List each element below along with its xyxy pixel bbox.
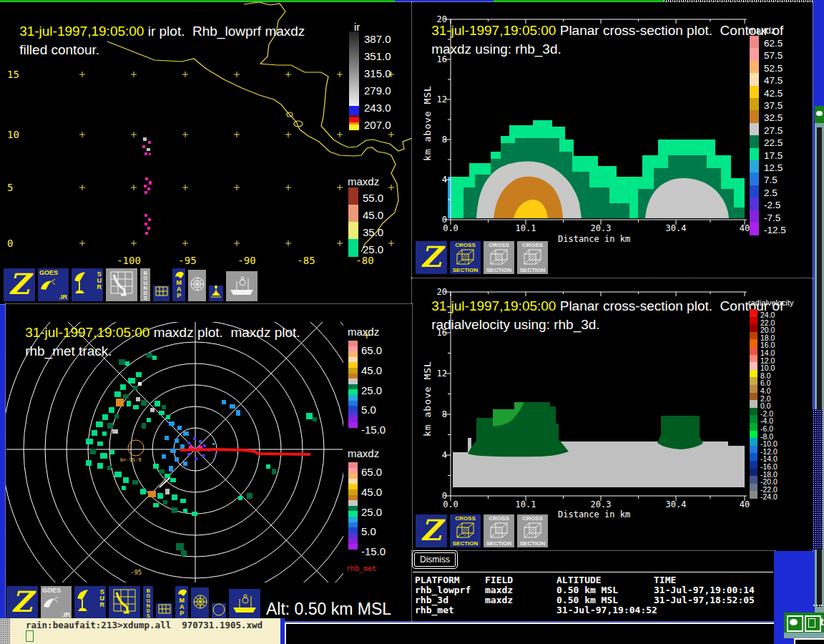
ship-button[interactable] xyxy=(225,270,258,302)
xsec1-yticks-label: 4 xyxy=(442,175,447,185)
colorbar-swatch xyxy=(750,484,757,492)
xsec2-yticks-label: 4 xyxy=(442,450,447,460)
right-window-oval-button[interactable] xyxy=(816,111,823,116)
colorbar-value: 17.5 xyxy=(764,150,783,161)
colorbar-swatch xyxy=(348,222,358,240)
cross-section-button[interactable]: CROSSSECTION xyxy=(483,240,515,275)
ir-toolbar: ZGOES.IRSURBOUNDSMAP xyxy=(3,268,258,302)
ir-xticks-label: -95 xyxy=(178,255,196,266)
bounds-button[interactable]: BOUNDS xyxy=(139,268,151,302)
cross-section-button[interactable]: CROSSSECTION xyxy=(483,514,515,548)
circle-button[interactable] xyxy=(211,602,227,620)
colorbar-swatch xyxy=(750,210,759,223)
colorbar-value: 387.0 xyxy=(364,33,391,45)
zebra-logo-icon: Z xyxy=(11,585,32,618)
zebra-button[interactable]: Z xyxy=(415,514,448,548)
ir-xticks-label: -85 xyxy=(297,255,315,266)
table-header: TIME xyxy=(654,575,676,585)
goes-ir-button[interactable]: GOES.IR xyxy=(37,268,69,302)
table-row: 0.50 km MSL xyxy=(556,585,618,595)
table-row: 31-Jul-97,19:00:14 xyxy=(654,585,755,595)
zebra-button[interactable]: Z xyxy=(6,585,39,620)
xsec2-xlabel: Distance in km xyxy=(558,509,630,519)
ship-icon xyxy=(227,273,256,300)
xsec1-ylabel: km above MSL xyxy=(422,85,433,161)
doc-glyph xyxy=(808,618,815,628)
radar-dish-icon xyxy=(73,269,92,299)
radar-web-button[interactable] xyxy=(190,587,210,620)
colorbar-swatch xyxy=(750,123,759,136)
xsec2-xticks-label: 40 xyxy=(740,499,750,509)
dismiss-button[interactable]: Dismiss xyxy=(414,552,456,567)
colorbar-swatch xyxy=(750,385,757,393)
colorbar-swatch xyxy=(750,370,757,378)
colorbar-value: -2.5 xyxy=(764,200,780,210)
table-row: maxdz xyxy=(485,585,513,595)
radar-sur-button[interactable]: SUR xyxy=(74,585,107,620)
colorbar-swatch xyxy=(349,106,359,115)
colorbar-value: 32.5 xyxy=(764,112,783,123)
gauge-circle xyxy=(128,440,144,456)
xterm-scrollbar[interactable] xyxy=(0,618,10,644)
radar-sur-button[interactable]: SUR xyxy=(71,268,104,302)
ship-button[interactable] xyxy=(228,588,261,620)
map-button[interactable]: MAP xyxy=(175,585,189,620)
colorbar-value: -7.5 xyxy=(764,213,780,223)
colorbar-value: 65.0 xyxy=(361,344,382,356)
grid-radar-button[interactable] xyxy=(105,268,138,302)
colorbar-swatch xyxy=(750,309,757,317)
bounds-button[interactable]: BOUNDS xyxy=(142,585,154,620)
background-window[interactable] xyxy=(285,623,775,644)
oval-glyph xyxy=(790,619,798,625)
circle-icon xyxy=(212,602,226,620)
colorbar-swatch xyxy=(750,393,757,401)
xsec2-xticks-label: 0.0 xyxy=(443,499,458,509)
colorbar-value: 25.0 xyxy=(361,384,382,396)
grid-radar-button[interactable] xyxy=(108,585,141,620)
radar-web-button[interactable] xyxy=(187,269,207,302)
zebra-button[interactable]: Z xyxy=(3,268,36,302)
colorbar-value: 42.5 xyxy=(764,88,783,99)
xsec1-yticks-label: 12 xyxy=(437,94,447,104)
gauge-label: b<-95-9 xyxy=(120,457,142,463)
zebra-button[interactable]: Z xyxy=(415,240,448,275)
cross-section-button[interactable]: CROSSSECTION xyxy=(516,514,549,548)
xsec1-title2: maxdz using: rhb_3d. xyxy=(416,24,561,75)
cross-section-button[interactable]: CROSSSECTION xyxy=(449,240,481,275)
map-button[interactable]: MAP xyxy=(172,268,186,302)
buoy-button[interactable] xyxy=(208,285,224,302)
doc-button[interactable] xyxy=(805,615,821,632)
colorbar-swatch xyxy=(750,61,759,74)
info-divider xyxy=(413,572,773,572)
cross-section-button[interactable]: CROSSSECTION xyxy=(449,514,481,548)
xsec1-xticks-label: 40 xyxy=(740,223,750,233)
colorbar-swatch xyxy=(750,461,757,469)
xsec2-contours xyxy=(453,402,745,487)
ppi-toolbar: ZGOES.IRSURBOUNDSMAP xyxy=(6,585,261,620)
table-row: rhb_3d xyxy=(415,595,448,605)
colorbar-swatch xyxy=(750,491,757,499)
colorbar-value: 65.0 xyxy=(361,466,382,478)
radar-dish-icon xyxy=(76,587,94,617)
colorbar-value: -24.0 xyxy=(760,492,778,501)
colorbar-swatch xyxy=(750,197,759,210)
bounds-label: BOUNDS xyxy=(147,588,150,618)
colorbar-swatch xyxy=(750,347,757,355)
xterm-cursor xyxy=(26,630,34,642)
grid-small-button[interactable] xyxy=(152,285,170,302)
cross-section-button[interactable]: CROSSSECTION xyxy=(516,240,549,275)
colorbar-value: 5.0 xyxy=(361,404,376,416)
xsec1-toolbar: ZCROSSSECTIONCROSSSECTIONCROSSSECTION xyxy=(415,240,549,275)
grid-small-button[interactable] xyxy=(155,602,173,620)
ship-icon xyxy=(230,590,259,618)
xsec2-yticks-label: 16 xyxy=(437,328,447,338)
colorbar-value: 22.5 xyxy=(764,137,783,148)
colorbar-swatch xyxy=(348,544,358,550)
xsec1-xticks-label: 30.4 xyxy=(666,223,687,233)
colorbar-swatch xyxy=(348,422,358,428)
xsec2-yticks-label: 12 xyxy=(437,369,447,379)
colorbar-swatch xyxy=(750,423,757,431)
goes-ir-button[interactable]: GOES.IR xyxy=(40,585,72,620)
oval-button[interactable] xyxy=(787,615,803,632)
colorbar-title: maxdz xyxy=(348,326,379,338)
